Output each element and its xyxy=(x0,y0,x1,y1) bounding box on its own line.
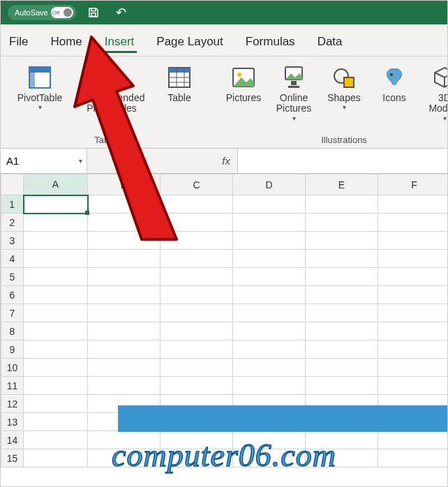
row-header[interactable]: 6 xyxy=(1,286,24,304)
cell[interactable] xyxy=(233,322,306,340)
cell[interactable] xyxy=(378,340,449,359)
cell[interactable] xyxy=(306,268,378,286)
row-header[interactable]: 2 xyxy=(1,213,24,232)
pivottable-button[interactable]: PivotTable ▾ xyxy=(12,61,68,133)
icons-button[interactable]: Icons xyxy=(371,61,418,133)
cell[interactable] xyxy=(24,304,88,322)
cell[interactable] xyxy=(24,377,88,395)
row-header[interactable]: 4 xyxy=(1,250,24,268)
row-header[interactable]: 9 xyxy=(1,340,24,359)
row-header[interactable]: 14 xyxy=(1,431,24,449)
cell[interactable] xyxy=(233,449,306,467)
cell[interactable] xyxy=(306,304,378,322)
cell[interactable] xyxy=(378,449,449,467)
cell[interactable] xyxy=(160,195,233,213)
pictures-button[interactable]: Pictures xyxy=(220,61,267,133)
row-header[interactable]: 13 xyxy=(1,413,24,431)
cell[interactable] xyxy=(306,213,378,232)
save-button[interactable] xyxy=(83,3,104,22)
row-header[interactable]: 3 xyxy=(1,232,24,250)
tab-insert[interactable]: Insert xyxy=(102,29,137,56)
cell[interactable] xyxy=(233,395,306,413)
cell[interactable] xyxy=(160,286,233,304)
tab-page-layout[interactable]: Page Layout xyxy=(154,29,225,56)
cell[interactable] xyxy=(160,377,233,395)
col-header-F[interactable]: F xyxy=(378,174,449,195)
cell[interactable] xyxy=(24,286,88,304)
cell[interactable] xyxy=(160,232,233,250)
formula-input[interactable] xyxy=(238,149,447,173)
cell[interactable] xyxy=(378,268,449,286)
cell-A1[interactable] xyxy=(24,195,88,213)
cell[interactable] xyxy=(378,304,449,322)
row-header[interactable]: 11 xyxy=(1,377,24,395)
cell[interactable] xyxy=(233,213,306,232)
cell[interactable] xyxy=(160,340,233,359)
cell[interactable] xyxy=(88,304,160,322)
cell[interactable] xyxy=(306,286,378,304)
cell[interactable] xyxy=(160,449,233,467)
cell[interactable] xyxy=(378,232,449,250)
cell[interactable] xyxy=(160,395,233,413)
cell[interactable] xyxy=(24,322,88,340)
cell[interactable] xyxy=(233,268,306,286)
col-header-E[interactable]: E xyxy=(306,174,378,195)
fx-label[interactable]: fx xyxy=(87,149,238,173)
cell[interactable] xyxy=(306,431,378,449)
cell[interactable] xyxy=(233,413,306,431)
cell[interactable] xyxy=(24,413,88,431)
row-header[interactable]: 7 xyxy=(1,304,24,322)
cell[interactable] xyxy=(233,359,306,377)
cell[interactable] xyxy=(233,340,306,359)
cell[interactable] xyxy=(306,413,378,431)
online-pictures-button[interactable]: OnlinePictures ▾ xyxy=(270,61,318,133)
cell[interactable] xyxy=(378,431,449,449)
cell[interactable] xyxy=(306,232,378,250)
3d-models-button[interactable]: 3DModels ▾ xyxy=(421,61,448,133)
cell[interactable] xyxy=(306,449,378,467)
autosave-control[interactable]: AutoSave Off xyxy=(8,5,76,20)
cell[interactable] xyxy=(88,449,160,467)
cell[interactable] xyxy=(160,213,233,232)
cell[interactable] xyxy=(88,413,160,431)
cell[interactable] xyxy=(233,377,306,395)
col-header-A[interactable]: A xyxy=(24,174,88,195)
cell[interactable] xyxy=(88,431,160,449)
tab-file[interactable]: File xyxy=(6,29,31,56)
cell[interactable] xyxy=(378,413,449,431)
cell[interactable] xyxy=(160,304,233,322)
row-header[interactable]: 12 xyxy=(1,395,24,413)
row-header[interactable]: 5 xyxy=(1,268,24,286)
cell[interactable] xyxy=(160,413,233,431)
cell[interactable] xyxy=(233,232,306,250)
cell[interactable] xyxy=(306,195,378,213)
cell[interactable] xyxy=(233,304,306,322)
cell[interactable] xyxy=(306,359,378,377)
cell[interactable] xyxy=(160,250,233,268)
cell[interactable] xyxy=(378,377,449,395)
recommended-pivottables-button[interactable]: RecommendedPivotTables xyxy=(70,61,153,133)
cell[interactable] xyxy=(24,250,88,268)
cell[interactable] xyxy=(306,322,378,340)
cell[interactable] xyxy=(306,340,378,359)
cell[interactable] xyxy=(233,431,306,449)
table-button[interactable]: Table xyxy=(156,61,203,133)
cell[interactable] xyxy=(160,359,233,377)
row-header[interactable]: 15 xyxy=(1,449,24,467)
cell[interactable] xyxy=(306,250,378,268)
cell[interactable] xyxy=(24,232,88,250)
shapes-button[interactable]: Shapes ▾ xyxy=(320,61,368,133)
cell[interactable] xyxy=(88,377,160,395)
cell[interactable] xyxy=(160,268,233,286)
cell[interactable] xyxy=(88,268,160,286)
cell[interactable] xyxy=(378,322,449,340)
tab-data[interactable]: Data xyxy=(315,29,345,56)
cell[interactable] xyxy=(378,395,449,413)
cell[interactable] xyxy=(88,395,160,413)
cell[interactable] xyxy=(233,286,306,304)
cell[interactable] xyxy=(378,195,449,213)
col-header-B[interactable]: B xyxy=(88,174,160,195)
cell[interactable] xyxy=(24,431,88,449)
cell[interactable] xyxy=(88,340,160,359)
cell[interactable] xyxy=(88,195,160,213)
